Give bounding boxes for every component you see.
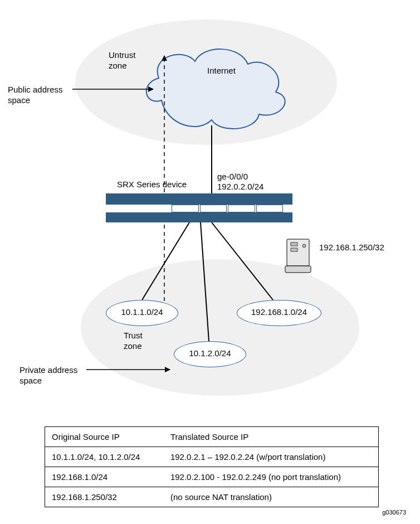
cell-orig: 10.1.1.0/24, 10.1.2.0/24: [45, 447, 164, 467]
server-icon: [284, 238, 312, 274]
srx-device-icon: [106, 193, 292, 222]
trust-zone-bg: [81, 259, 359, 396]
col-translated-ip: Translated Source IP: [164, 427, 379, 447]
cell-trans: 192.0.2.1 – 192.0.2.24 (w/port translati…: [164, 447, 379, 467]
cell-trans: 192.0.2.100 - 192.0.2.249 (no port trans…: [164, 467, 379, 487]
table-row: 192.168.1.250/32 (no source NAT translat…: [45, 487, 379, 507]
iface-addr-label: 192.0.2.0/24: [217, 182, 263, 191]
private-address-space-label: Private addressspace: [19, 365, 77, 386]
table-row: 192.168.1.0/24 192.0.2.100 - 192.0.2.249…: [45, 467, 379, 487]
cell-trans: (no source NAT translation): [164, 487, 379, 507]
cell-orig: 192.168.1.0/24: [45, 467, 164, 487]
svg-rect-2: [291, 248, 297, 251]
subnet-oval-1: 10.1.1.0/24: [106, 300, 178, 326]
trust-zone-label: Trustzone: [124, 331, 143, 352]
public-address-space-label: Public addressspace: [8, 85, 62, 106]
server-address-label: 192.168.1.250/32: [319, 242, 384, 252]
svg-rect-1: [291, 242, 297, 246]
iface-name-label: ge-0/0/0: [217, 172, 248, 181]
svg-point-3: [302, 244, 306, 248]
internet-label: Internet: [207, 66, 236, 75]
svg-rect-0: [287, 239, 309, 266]
cell-orig: 192.168.1.250/32: [45, 487, 164, 507]
srx-device-ports: [172, 205, 283, 212]
table-header-row: Original Source IP Translated Source IP: [45, 427, 379, 447]
untrust-zone-bg: [75, 20, 337, 145]
untrust-zone-label: Untrustzone: [109, 50, 135, 71]
subnet-oval-2: 10.1.2.0/24: [174, 341, 246, 367]
srx-device-label: SRX Series device: [117, 179, 187, 189]
nat-translation-table: Original Source IP Translated Source IP …: [45, 426, 379, 507]
diagram-stage: Internet Untrustzone Public addressspace…: [0, 0, 420, 524]
col-original-ip: Original Source IP: [45, 427, 164, 447]
table-row: 10.1.1.0/24, 10.1.2.0/24 192.0.2.1 – 192…: [45, 447, 379, 467]
svg-rect-4: [285, 266, 311, 273]
subnet-oval-3: 192.168.1.0/24: [237, 300, 321, 326]
image-id: g030673: [382, 509, 406, 516]
